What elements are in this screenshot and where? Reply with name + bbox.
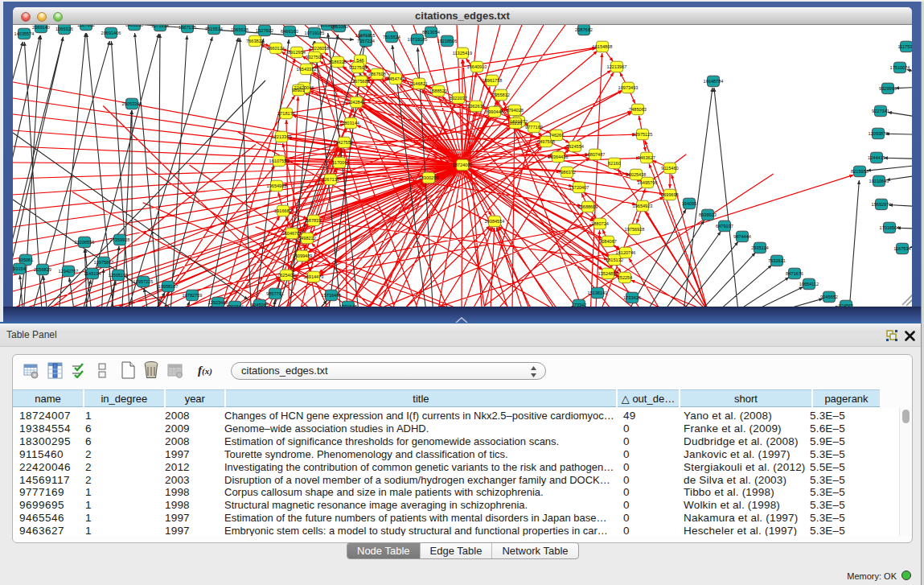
svg-text:19654923: 19654923 [633,204,653,208]
svg-text:7357224: 7357224 [357,39,375,43]
svg-text:16120746: 16120746 [616,250,636,255]
svg-text:10807487: 10807487 [585,152,606,157]
svg-text:2087682: 2087682 [575,27,593,32]
svg-text:9115460: 9115460 [661,166,678,171]
svg-text:7986372: 7986372 [558,170,576,175]
svg-text:16782759: 16782759 [183,293,203,298]
svg-text:16671355: 16671355 [355,33,376,38]
svg-text:517006: 517006 [332,160,347,165]
svg-text:1667135: 1667135 [179,25,196,30]
svg-text:62160: 62160 [608,161,621,166]
svg-text:20364436: 20364436 [548,154,569,159]
svg-text:12342757: 12342757 [59,269,79,274]
svg-text:1065528: 1065528 [231,27,248,32]
svg-text:16648784: 16648784 [704,79,724,84]
svg-text:10973493: 10973493 [618,85,639,90]
svg-text:14035574: 14035574 [14,31,35,36]
svg-text:98901: 98901 [292,88,305,93]
svg-text:9474444: 9474444 [733,234,751,239]
svg-text:12975125: 12975125 [633,132,653,137]
svg-text:12213967: 12213967 [607,64,627,69]
svg-text:8186328: 8186328 [329,60,347,64]
svg-text:15720407: 15720407 [569,185,589,190]
svg-text:17510074: 17510074 [890,65,910,70]
svg-text:1880724: 1880724 [591,221,609,226]
svg-text:1733426: 1733426 [623,295,641,300]
svg-text:10210643: 10210643 [869,179,889,183]
svg-text:16543382: 16543382 [297,67,317,72]
svg-text:13524851: 13524851 [598,271,618,276]
svg-text:7625402: 7625402 [277,273,295,278]
svg-text:252254: 252254 [618,275,633,280]
svg-text:7632621: 7632621 [768,258,786,263]
svg-text:7515524: 7515524 [383,35,400,39]
svg-text:15136141: 15136141 [588,290,608,295]
svg-text:12505135: 12505135 [109,273,129,278]
svg-text:8215958: 8215958 [851,169,869,174]
svg-text:93154: 93154 [13,266,26,271]
svg-text:6466160: 6466160 [125,25,143,27]
svg-text:19384554: 19384554 [485,219,505,224]
svg-text:15692971: 15692971 [872,202,892,207]
svg-text:12213369: 12213369 [272,134,292,139]
svg-text:19218506: 19218506 [437,39,458,43]
svg-text:3267130: 3267130 [322,177,339,182]
svg-text:9327508: 9327508 [349,65,367,70]
svg-text:12093873: 12093873 [869,131,889,136]
svg-text:1244415: 1244415 [868,155,885,160]
svg-text:11325419: 11325419 [453,51,472,56]
svg-text:9329966: 9329966 [879,86,897,91]
svg-text:7515524: 7515524 [205,27,223,31]
svg-text:2935114: 2935114 [751,245,768,250]
svg-text:19975867: 19975867 [94,260,114,265]
svg-text:746266: 746266 [549,133,565,138]
svg-text:8454749: 8454749 [387,76,405,81]
svg-text:16154808: 16154808 [593,44,613,49]
svg-text:17957225: 17957225 [133,279,154,284]
svg-text:9227341: 9227341 [872,109,889,113]
svg-text:7663822: 7663822 [246,39,264,43]
svg-text:8813054: 8813054 [422,30,440,35]
svg-text:1117534: 1117534 [898,44,912,49]
svg-text:9242848: 9242848 [347,100,365,105]
svg-text:16914479: 16914479 [304,274,324,279]
svg-text:5498222: 5498222 [298,236,316,241]
svg-text:3624554: 3624554 [566,144,584,149]
svg-text:1065326: 1065326 [55,27,73,31]
svg-text:9777169: 9777169 [525,125,543,130]
svg-text:8322037: 8322037 [450,96,467,101]
svg-text:8660124: 8660124 [267,46,285,51]
svg-text:1362615: 1362615 [467,104,485,109]
svg-text:1145194: 1145194 [84,271,101,276]
svg-text:1603380: 1603380 [331,25,348,29]
svg-text:6497568: 6497568 [537,139,555,144]
svg-text:10719185: 10719185 [408,37,428,42]
svg-text:12923448: 12923448 [208,300,228,305]
svg-text:3675685: 3675685 [352,79,370,84]
svg-text:9245652: 9245652 [820,295,838,299]
svg-text:16640910: 16640910 [467,64,487,69]
svg-text:8912954: 8912954 [288,50,306,55]
svg-text:20691406: 20691406 [101,31,121,35]
svg-text:20053346: 20053346 [122,101,142,106]
svg-text:10654112: 10654112 [799,282,819,286]
svg-text:16099489: 16099489 [293,253,313,258]
svg-text:19756928: 19756928 [625,227,645,232]
svg-text:1916682: 1916682 [274,208,292,213]
svg-text:9084067: 9084067 [599,239,617,244]
svg-text:8990448: 8990448 [486,109,503,114]
svg-text:1527602: 1527602 [256,28,273,33]
svg-text:16210: 16210 [509,121,522,126]
svg-text:9463627: 9463627 [638,155,655,160]
svg-text:164095: 164095 [682,201,697,206]
svg-text:6794028: 6794028 [506,108,524,113]
svg-text:10025438: 10025438 [626,172,647,177]
svg-text:17359928: 17359928 [110,237,130,242]
svg-text:20206556: 20206556 [75,240,95,245]
svg-text:1527602: 1527602 [77,25,95,27]
svg-text:9699695: 9699695 [661,192,679,197]
svg-text:10958107: 10958107 [158,284,179,289]
svg-text:18300295: 18300295 [419,175,439,180]
svg-text:8471676: 8471676 [786,271,803,276]
svg-text:16961758: 16961758 [483,78,503,83]
